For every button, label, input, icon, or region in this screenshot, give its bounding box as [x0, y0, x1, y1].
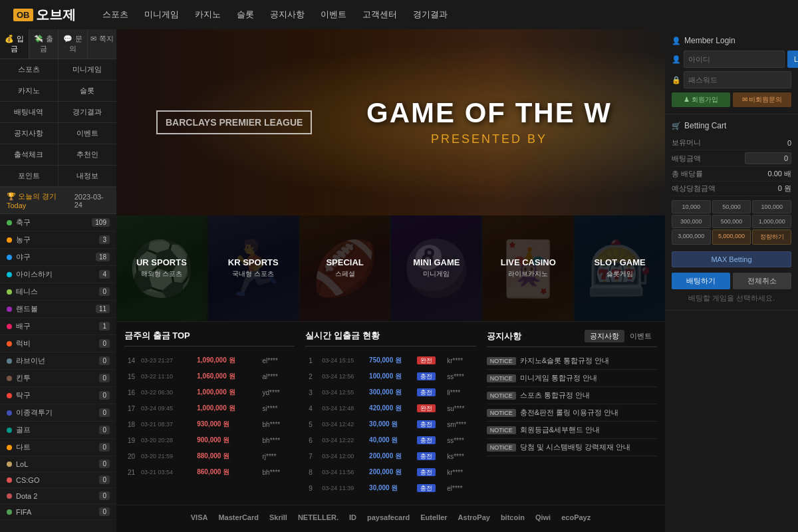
nav-item[interactable]: 공지사항: [270, 9, 305, 21]
bet-button[interactable]: 배팅하기: [672, 273, 730, 289]
sidebar-menu-item[interactable]: 공지사항: [0, 123, 59, 144]
sport-count: 0: [99, 491, 110, 500]
notice-item[interactable]: NOTICE 충전&판전 롤링 이용규정 안내: [487, 404, 657, 422]
nav-link[interactable]: 고객센터: [362, 9, 397, 19]
more-amounts-btn[interactable]: 정량하기: [752, 229, 791, 245]
no: 5: [307, 417, 319, 432]
quick-amount-btn[interactable]: 50,000: [712, 200, 751, 213]
sport-item-배구[interactable]: 배구 1: [0, 318, 116, 335]
nav-item[interactable]: 카지노: [195, 9, 221, 21]
sport-item-골프[interactable]: 골프 0: [0, 422, 116, 439]
nav-link[interactable]: 카지노: [195, 9, 221, 19]
sport-item-FIFA[interactable]: FIFA 0: [0, 504, 116, 520]
nav-item[interactable]: 경기결과: [413, 9, 448, 21]
sport-item-킨투[interactable]: 킨투 0: [0, 370, 116, 387]
username: kr****: [445, 353, 474, 368]
sport-item-테니스[interactable]: 테니스 0: [0, 283, 116, 301]
game-cat-special[interactable]: 🏈 SPECIAL 스페셜: [300, 215, 392, 321]
sidebar-menu-item[interactable]: 이벤트: [59, 123, 117, 144]
game-cat-slot-game[interactable]: 🎰 SLOT GAME 슬롯게임: [575, 215, 665, 321]
sport-dot: [7, 289, 12, 295]
center-content: BARCLAYS PREMIER LEAGUE GAME OF THE W PR…: [116, 29, 665, 532]
sidebar-menu-item[interactable]: 스포츠: [0, 59, 59, 80]
sport-item-랜드볼[interactable]: 랜드볼 11: [0, 301, 116, 318]
game-cat-kr-sports[interactable]: 🏃 KR SPORTS 국내형 스포츠: [208, 215, 300, 321]
sidebar-tab-문의[interactable]: 💬 문의: [59, 29, 88, 59]
sidebar-menu-item[interactable]: 포인트: [0, 166, 59, 187]
game-cat-mini-game[interactable]: 🎱 MINI GAME 미니게임: [391, 215, 483, 321]
nav-item[interactable]: 고객센터: [362, 9, 397, 21]
sport-item-아이스하키[interactable]: 아이스하키 4: [0, 266, 116, 283]
amount: 1,060,000 원: [195, 369, 259, 384]
sport-item-CS:GO[interactable]: CS:GO 0: [0, 472, 116, 488]
amount: 930,000 원: [195, 417, 259, 432]
sidebar-tab-입금[interactable]: 💰 입금: [0, 29, 29, 59]
sport-item-럭비[interactable]: 럭비 0: [0, 335, 116, 352]
notice-item[interactable]: NOTICE 미니게임 통합규정 안내: [487, 370, 657, 387]
game-cat-ur-sports[interactable]: ⚽ UR SPORTS 해외형 스포츠: [116, 215, 208, 321]
login-button[interactable]: Login: [787, 51, 798, 68]
sidebar-menu-item[interactable]: 카지노: [0, 80, 59, 102]
sport-name: 축구: [16, 217, 92, 227]
notice-tab-event[interactable]: 이벤트: [624, 330, 657, 342]
cat-title-kr: 미니게임: [423, 269, 450, 279]
notice-item[interactable]: NOTICE 당첨 및 시스템배팅 강력제재 안내: [487, 439, 657, 456]
id-icon: 👤: [672, 55, 681, 64]
nav-link[interactable]: 미니게임: [144, 9, 179, 19]
quick-amount-btn[interactable]: 100,000: [752, 200, 791, 213]
sidebar-menu-item[interactable]: 경기결과: [59, 102, 117, 123]
notice-item[interactable]: NOTICE 회원등급&세부핸드 안내: [487, 422, 657, 439]
quick-amount-btn[interactable]: 5,000,000: [712, 229, 751, 245]
amount: 100,000 원: [367, 369, 414, 384]
notice-item[interactable]: NOTICE 스포츠 통합규정 안내: [487, 387, 657, 404]
id-input[interactable]: [684, 51, 785, 68]
sport-item-LoL[interactable]: LoL 0: [0, 456, 116, 472]
nav-link[interactable]: 공지사항: [270, 9, 305, 19]
nav-item[interactable]: 스포츠: [102, 9, 128, 21]
quick-amount-btn[interactable]: 10,000: [672, 200, 711, 213]
quick-amount-btn[interactable]: 3,000,000: [672, 229, 711, 245]
sport-dot: [7, 237, 12, 243]
nav-item[interactable]: 이벤트: [321, 9, 346, 21]
quick-amount-btn[interactable]: 1,000,000: [752, 215, 791, 228]
id-input-row: 👤 Login: [672, 51, 791, 68]
sport-item-축구[interactable]: 축구 109: [0, 214, 116, 231]
clear-button[interactable]: 전체취소: [733, 273, 791, 289]
register-button[interactable]: ♟ 회원가입: [672, 92, 730, 107]
notice-tab-active[interactable]: 공지사항: [585, 330, 624, 342]
pw-input[interactable]: [684, 71, 791, 88]
quick-amount-btn[interactable]: 300,000: [672, 215, 711, 228]
sport-item-야구[interactable]: 야구 18: [0, 249, 116, 266]
nav-link[interactable]: 스포츠: [102, 9, 128, 19]
nav-item[interactable]: 슬롯: [237, 9, 254, 21]
sidebar-menu-item[interactable]: 추천인: [59, 144, 117, 166]
username: si****: [261, 401, 294, 416]
amount-input[interactable]: [745, 152, 791, 164]
sport-item-다트[interactable]: 다트 0: [0, 439, 116, 456]
sport-item-이종격투기[interactable]: 이종격투기 0: [0, 404, 116, 422]
deposit-col: 실시간 입출금 현황 1 03-24 15:15 750,000 원 완전 kr…: [300, 330, 481, 497]
sport-item-라브이넌[interactable]: 라브이넌 0: [0, 352, 116, 370]
sidebar-menu-item[interactable]: 슬롯: [59, 80, 117, 102]
sidebar-menu-item[interactable]: 내정보: [59, 166, 117, 187]
nav-link[interactable]: 경기결과: [413, 9, 448, 19]
nav-link[interactable]: 이벤트: [321, 9, 346, 19]
nav-item[interactable]: 미니게임: [144, 9, 179, 21]
nav-link[interactable]: 슬롯: [237, 9, 254, 19]
sidebar-menu-item[interactable]: 배팅내역: [0, 102, 59, 123]
sidebar-tab-출금[interactable]: 💸 출금: [29, 29, 59, 59]
game-cat-live-casino[interactable]: 🃏 LIVE CASINO 라이브카지노: [483, 215, 575, 321]
notice-item[interactable]: NOTICE 카지노&슬롯 통합규정 안내: [487, 352, 657, 370]
inquiry-button[interactable]: ✉ 비회원문의: [733, 92, 791, 107]
sidebar-menu-item[interactable]: 출석체크: [0, 144, 59, 166]
quick-amount-btn[interactable]: 500,000: [712, 215, 751, 228]
member-login-title: Member Login: [672, 36, 791, 45]
sidebar-menu-item[interactable]: 미니게임: [59, 59, 117, 80]
sidebar-tab-쪽지[interactable]: ✉ 쪽지: [88, 29, 116, 59]
sport-item-농구[interactable]: 농구 3: [0, 231, 116, 249]
sport-dot: [7, 445, 12, 450]
max-bet-button[interactable]: MAX Betting: [672, 251, 791, 267]
sport-item-Dota 2[interactable]: Dota 2 0: [0, 488, 116, 504]
sport-item-탁구[interactable]: 탁구 0: [0, 387, 116, 404]
site-logo[interactable]: OB 오브제: [13, 6, 76, 24]
